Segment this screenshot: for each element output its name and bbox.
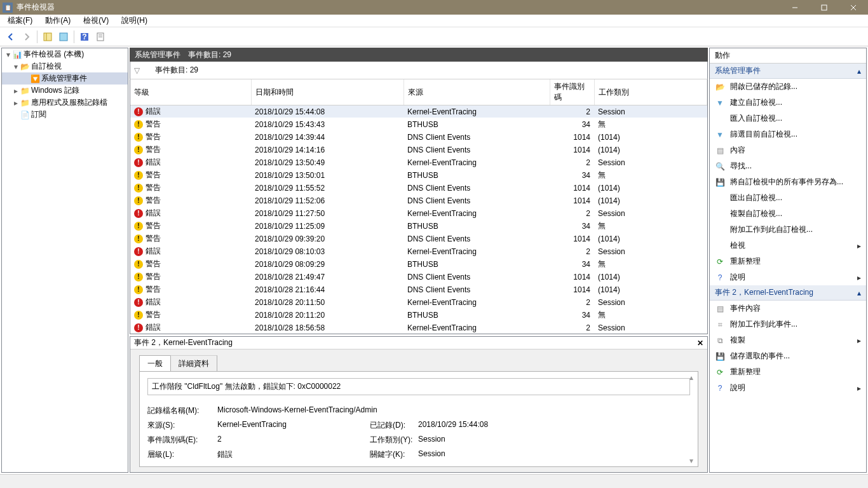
help-icon: ? [715,273,725,283]
tree-app-logs[interactable]: ▸ 📁 應用程式及服務記錄檔 [2,97,128,109]
collapse-icon[interactable]: ▴ [857,288,861,297]
event-row[interactable]: !錯誤2018/10/29 08:10:03Kernel-EventTracin… [130,245,707,258]
event-row[interactable]: !錯誤2018/10/29 13:50:49Kernel-EventTracin… [130,156,707,169]
tree-windows-logs[interactable]: ▸ 📁 Windows 記錄 [2,85,128,97]
action-item[interactable]: ?說明▸ [710,269,866,285]
warning-icon: ! [134,311,143,320]
event-row[interactable]: !警告2018/10/29 13:50:01BTHUSB34無 [130,169,707,182]
action-item[interactable]: 🔍尋找... [710,158,866,174]
tree-subscriptions[interactable]: 📄 訂閱 [2,109,128,121]
actions-section-2[interactable]: 事件 2，Kernel-EventTracing ▴ [710,285,866,301]
toolbar-separator [37,30,37,43]
event-row[interactable]: !警告2018/10/28 21:16:44DNS Client Events1… [130,283,707,296]
action-item[interactable]: 💾將自訂檢視中的所有事件另存為... [710,174,866,190]
col-eventid[interactable]: 事件識別碼 [550,79,594,105]
event-row[interactable]: !警告2018/10/29 09:39:20DNS Client Events1… [130,233,707,245]
expander-icon[interactable]: ▸ [12,86,20,95]
col-source[interactable]: 來源 [403,79,550,105]
expander-icon[interactable]: ▾ [4,50,12,59]
tree-custom-views[interactable]: ▾ 📂 自訂檢視 [2,60,128,72]
minimize-button[interactable] [780,0,810,15]
scroll-down-icon[interactable]: ▾ [689,456,693,465]
event-row[interactable]: !警告2018/10/29 11:55:52DNS Client Events1… [130,182,707,194]
close-button[interactable] [839,0,868,15]
event-row[interactable]: !警告2018/10/29 08:09:29BTHUSB34無 [130,258,707,271]
warning-icon: ! [134,171,143,180]
show-tree-button[interactable] [41,30,55,44]
action-item[interactable]: 匯出自訂檢視... [710,190,866,206]
event-row[interactable]: !警告2018/10/28 21:49:47DNS Client Events1… [130,271,707,283]
scroll-up-icon[interactable]: ▴ [689,373,693,382]
action-item[interactable]: ▤事件內容 [710,301,866,316]
tree-label: 訂閱 [31,109,46,120]
menu-help[interactable]: 說明(H) [119,14,150,27]
event-row[interactable]: !錯誤2018/10/29 11:27:50Kernel-EventTracin… [130,207,707,220]
action-item[interactable]: ⟳重新整理 [710,364,866,380]
logged-value: 2018/10/29 15:44:08 [418,420,488,431]
funnel-icon: ▼ [715,130,725,140]
expander-icon[interactable]: ▸ [12,98,20,107]
properties-button[interactable] [93,30,107,44]
action-item[interactable]: ?說明▸ [710,380,866,396]
col-datetime[interactable]: 日期和時間 [251,79,403,105]
event-row[interactable]: !警告2018/10/29 11:25:09BTHUSB34無 [130,220,707,233]
warning-icon: ! [134,184,143,193]
tree-admin-events[interactable]: 🔽 系統管理事件 [2,72,128,85]
action-label: 將自訂檢視中的所有事件另存為... [730,177,843,187]
close-detail-button[interactable]: ✕ [697,339,703,348]
filter-count: 事件數目: 29 [155,65,198,76]
tree-label: 自訂檢視 [31,61,62,72]
detail-tabs: 一般 詳細資料 [139,355,707,371]
action-item[interactable]: ⟳重新整理 [710,254,866,269]
tree-pane[interactable]: ▾ 📊 事件檢視器 (本機) ▾ 📂 自訂檢視 🔽 系統管理事件 ▸ 📁 Win… [1,48,128,473]
options-button[interactable] [57,30,71,44]
action-label: 匯出自訂檢視... [730,193,782,203]
logged-label: 已記錄(D): [370,420,418,431]
action-item[interactable]: 📂開啟已儲存的記錄... [710,79,866,95]
action-item[interactable]: ▼篩選目前自訂檢視... [710,126,866,142]
grid-header-row[interactable]: 等級 日期和時間 來源 事件識別碼 工作類別 [130,79,707,105]
event-row[interactable]: !警告2018/10/29 14:39:44DNS Client Events1… [130,131,707,144]
event-row[interactable]: !警告2018/10/29 15:43:43BTHUSB34無 [130,118,707,131]
event-grid[interactable]: 等級 日期和時間 來源 事件識別碼 工作類別 !錯誤2018/10/29 15:… [130,79,708,334]
props-icon: ▤ [715,304,725,314]
action-item[interactable]: ⧉複製▸ [710,332,866,348]
error-icon: ! [134,158,143,167]
event-row[interactable]: !警告2018/10/28 18:56:34BTHUSB34無 [130,334,707,335]
action-item[interactable]: 匯入自訂檢視... [710,111,866,126]
event-row[interactable]: !警告2018/10/29 11:52:06DNS Client Events1… [130,194,707,207]
action-label: 複製 [730,335,745,346]
action-item[interactable]: 檢視▸ [710,238,866,254]
maximize-button[interactable] [810,0,839,15]
actions-pane: 動作 系統管理事件 ▴ 📂開啟已儲存的記錄...▼建立自訂檢視...匯入自訂檢視… [709,48,867,473]
expander-icon[interactable]: ▾ [12,62,20,71]
action-item[interactable]: 複製自訂檢視... [710,206,866,222]
funnel-icon[interactable]: ▽ [134,66,140,75]
tab-details[interactable]: 詳細資料 [170,355,217,372]
action-label: 附加工作到此事件... [730,319,797,330]
col-level[interactable]: 等級 [130,79,251,105]
event-row[interactable]: !警告2018/10/28 20:11:20BTHUSB34無 [130,309,707,322]
back-button[interactable] [4,30,18,44]
action-item[interactable]: ▤內容 [710,142,866,158]
help-button[interactable]: ? [78,30,92,44]
action-item[interactable]: 💾儲存選取的事件... [710,348,866,364]
attach-icon: ⌗ [715,320,725,330]
action-item[interactable]: 附加工作到此自訂檢視... [710,222,866,238]
menu-file[interactable]: 檔案(F) [5,14,35,27]
col-category[interactable]: 工作類別 [594,79,707,105]
event-row[interactable]: !錯誤2018/10/28 18:56:58Kernel-EventTracin… [130,322,707,334]
event-row[interactable]: !警告2018/10/29 14:14:16DNS Client Events1… [130,144,707,156]
event-row[interactable]: !錯誤2018/10/29 15:44:08Kernel-EventTracin… [130,105,707,118]
actions-section-1[interactable]: 系統管理事件 ▴ [710,64,866,79]
menu-action[interactable]: 動作(A) [43,14,73,27]
action-item[interactable]: ⌗附加工作到此事件... [710,316,866,332]
tree-root[interactable]: ▾ 📊 事件檢視器 (本機) [2,48,128,60]
action-item[interactable]: ▼建立自訂檢視... [710,95,866,111]
forward-button[interactable] [20,30,34,44]
tab-general[interactable]: 一般 [139,355,171,372]
menu-view[interactable]: 檢視(V) [81,14,111,27]
collapse-icon[interactable]: ▴ [857,67,861,76]
view-title: 系統管理事件 [135,50,180,60]
event-row[interactable]: !錯誤2018/10/28 20:11:50Kernel-EventTracin… [130,296,707,309]
